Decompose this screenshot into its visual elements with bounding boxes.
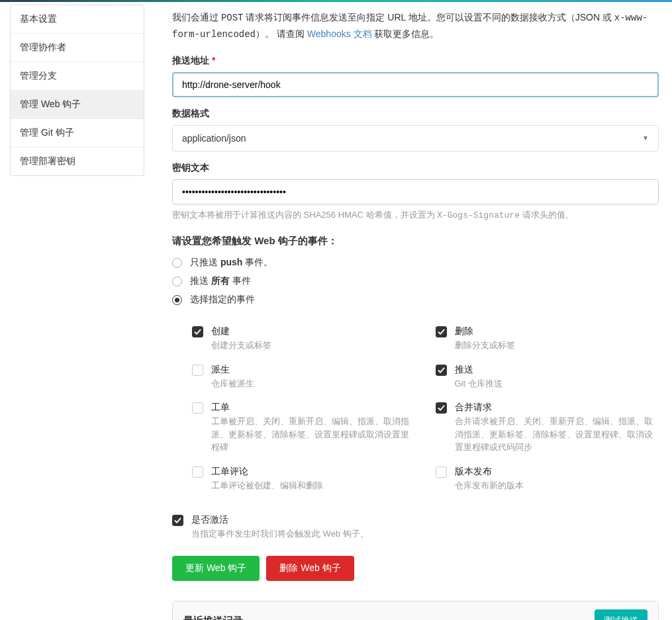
event-item: 合并请求合并请求被开启、关闭、重新开启、编辑、指派、取消指派、更新标签、清除标签…	[436, 402, 659, 454]
event-desc: 删除分支或标签	[455, 339, 659, 352]
history-title: 最近推送记录	[183, 615, 243, 620]
event-item: 创建创建分支或标签	[192, 326, 416, 352]
button-row: 更新 Web 钩子 删除 Web 钩子	[172, 556, 659, 581]
sidebar-item-branches[interactable]: 管理分支	[11, 62, 144, 91]
secret-help: 密钥文本将被用于计算推送内容的 SHA256 HMAC 哈希值，并设置为 X-G…	[172, 208, 659, 222]
history-box: 最近推送记录 测试推送	[172, 601, 659, 620]
event-item: 派生仓库被派生	[192, 364, 416, 390]
caret-down-icon: ▼	[642, 134, 649, 142]
event-checkbox[interactable]	[192, 466, 203, 478]
active-checkbox[interactable]	[172, 515, 183, 526]
update-button[interactable]: 更新 Web 钩子	[172, 556, 260, 581]
event-desc: 合并请求被开启、关闭、重新开启、编辑、指派、取消指派、更新标签、清除标签、设置里…	[455, 415, 659, 454]
test-push-button[interactable]: 测试推送	[595, 609, 648, 620]
trigger-title: 请设置您希望触发 Web 钩子的事件：	[172, 235, 659, 247]
event-title: 版本发布	[455, 466, 659, 478]
event-title: 合并请求	[455, 402, 659, 414]
description-text: 我们会通过 POST 请求将订阅事件信息发送至向指定 URL 地址。您可以设置不…	[172, 10, 659, 43]
event-item: 删除删除分支或标签	[436, 326, 659, 352]
event-checkbox[interactable]	[436, 365, 447, 376]
active-row: 是否激活 当指定事件发生时我们将会触发此 Web 钩子。	[172, 514, 659, 540]
event-checkbox[interactable]	[192, 365, 203, 376]
url-label: 推送地址	[172, 55, 659, 67]
event-title: 工单	[211, 402, 416, 414]
event-desc: 工单评论被创建、编辑和删除	[211, 479, 416, 492]
format-label: 数据格式	[172, 108, 659, 120]
field-format: 数据格式 application/json ▼	[172, 108, 659, 152]
url-input[interactable]	[172, 72, 659, 97]
radio-icon	[172, 258, 182, 268]
event-checkbox[interactable]	[436, 466, 447, 478]
field-secret: 密钥文本 密钥文本将被用于计算推送内容的 SHA256 HMAC 哈希值，并设置…	[172, 162, 659, 222]
delete-button[interactable]: 删除 Web 钩子	[266, 556, 354, 581]
event-desc: 仓库被派生	[211, 377, 416, 390]
active-desc: 当指定事件发生时我们将会触发此 Web 钩子。	[191, 528, 659, 540]
radio-icon	[172, 277, 182, 287]
radio-custom[interactable]: 选择指定的事件	[172, 294, 659, 306]
field-url: 推送地址	[172, 55, 659, 97]
sidebar-item-deploykeys[interactable]: 管理部署密钥	[11, 148, 144, 175]
event-desc: 仓库发布新的版本	[455, 479, 659, 492]
main-content: 我们会通过 POST 请求将订阅事件信息发送至向指定 URL 地址。您可以设置不…	[152, 5, 672, 620]
event-title: 派生	[211, 364, 416, 376]
format-select[interactable]: application/json ▼	[172, 125, 659, 152]
event-desc: 工单被开启、关闭、重新开启、编辑、指派、取消指派、更新标签、清除标签、设置里程碑…	[211, 415, 416, 454]
event-checkbox[interactable]	[436, 326, 447, 337]
radio-all[interactable]: 推送 所有 事件	[172, 275, 659, 287]
sidebar-item-webhooks[interactable]: 管理 Web 钩子	[11, 91, 144, 119]
event-title: 推送	[455, 364, 659, 376]
format-value: application/json	[182, 133, 246, 144]
event-title: 创建	[211, 326, 416, 337]
secret-label: 密钥文本	[172, 162, 659, 174]
sidebar-menu: 基本设置 管理协作者 管理分支 管理 Web 钩子 管理 Git 钩子 管理部署…	[10, 5, 144, 176]
event-desc: 创建分支或标签	[211, 339, 416, 352]
event-checkbox[interactable]	[192, 402, 203, 414]
webhooks-doc-link[interactable]: Webhooks 文档	[307, 28, 372, 39]
event-item: 工单评论工单评论被创建、编辑和删除	[192, 466, 416, 492]
active-title: 是否激活	[191, 514, 659, 526]
event-title: 删除	[455, 326, 659, 337]
secret-input[interactable]	[172, 179, 659, 204]
events-grid: 创建创建分支或标签删除删除分支或标签派生仓库被派生推送Git 仓库推送工单工单被…	[172, 312, 659, 498]
event-desc: Git 仓库推送	[455, 377, 659, 390]
event-item: 工单工单被开启、关闭、重新开启、编辑、指派、取消指派、更新标签、清除标签、设置里…	[192, 402, 416, 454]
event-title: 工单评论	[211, 466, 416, 478]
event-checkbox[interactable]	[436, 402, 447, 414]
sidebar-item-collaborators[interactable]: 管理协作者	[11, 34, 144, 62]
sidebar: 基本设置 管理协作者 管理分支 管理 Web 钩子 管理 Git 钩子 管理部署…	[0, 5, 152, 620]
event-item: 版本发布仓库发布新的版本	[436, 466, 659, 492]
radio-push-only[interactable]: 只推送 push 事件。	[172, 257, 659, 269]
radio-icon	[172, 295, 182, 305]
event-checkbox[interactable]	[192, 326, 203, 337]
event-item: 推送Git 仓库推送	[436, 364, 659, 390]
sidebar-item-basic[interactable]: 基本设置	[11, 5, 144, 34]
sidebar-item-githooks[interactable]: 管理 Git 钩子	[11, 119, 144, 148]
